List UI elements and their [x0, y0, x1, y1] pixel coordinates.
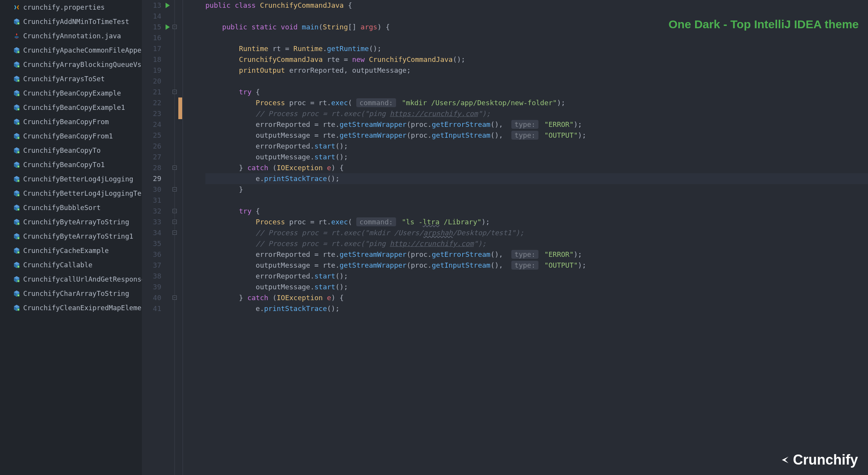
tree-item[interactable]: CrunchifyCacheExample — [0, 243, 142, 258]
line-number[interactable]: 30 — [142, 184, 161, 195]
line-number[interactable]: 37 — [142, 260, 161, 271]
code-line[interactable]: errorReported.start(); — [205, 141, 868, 152]
tree-item-label: CrunchifyCallable — [23, 261, 92, 269]
tree-item[interactable]: CrunchifyAnnotation.java — [0, 29, 142, 43]
editor-area[interactable]: 1314151617181920212223242526272829303132… — [142, 0, 868, 475]
fold-marker[interactable] — [173, 209, 177, 213]
line-number-gutter[interactable]: 1314151617181920212223242526272829303132… — [142, 0, 168, 475]
code-line[interactable]: } catch (IOException e) { — [205, 162, 868, 173]
code-line[interactable]: // Process proc = rt.exec("ping http://c… — [205, 238, 868, 249]
line-number[interactable]: 33 — [142, 217, 161, 227]
fold-marker[interactable] — [173, 25, 177, 29]
tree-item[interactable]: CrunchifyBeanCopyExample — [0, 86, 142, 100]
line-number[interactable]: 29 — [142, 173, 161, 184]
tree-item[interactable]: CrunchifyBubbleSort — [0, 200, 142, 215]
code-line[interactable]: errorReported = rte.getStreamWrapper(pro… — [205, 249, 868, 260]
tree-item[interactable]: CrunchifyBeanCopyTo — [0, 143, 142, 157]
fold-marker[interactable] — [173, 296, 177, 300]
line-number[interactable]: 38 — [142, 271, 161, 282]
tree-item[interactable]: CrunchifyBeanCopyExample1 — [0, 100, 142, 114]
code-line[interactable] — [205, 32, 868, 43]
tree-item[interactable]: CrunchifyByteArrayToString1 — [0, 229, 142, 243]
line-number[interactable]: 21 — [142, 87, 161, 97]
code-line[interactable]: printOutput errorReported, outputMessage… — [205, 65, 868, 76]
code-line[interactable]: outputMessage.start(); — [205, 152, 868, 162]
change-bar — [178, 0, 182, 475]
line-number[interactable]: 19 — [142, 65, 161, 76]
line-number[interactable]: 26 — [142, 141, 161, 152]
code-line[interactable]: CrunchifyCommandJava rte = new Crunchify… — [205, 54, 868, 65]
tree-item[interactable]: CrunchifyArrayBlockingQueueVsEvict — [0, 57, 142, 72]
line-number[interactable]: 40 — [142, 292, 161, 303]
code-line[interactable]: try { — [205, 206, 868, 217]
tree-item[interactable]: crunchify.properties — [0, 0, 142, 14]
run-gutter-icon[interactable] — [166, 3, 170, 8]
tree-item[interactable]: CrunchifyCleanExipredMapElements — [0, 301, 142, 315]
code-line[interactable]: e.printStackTrace(); — [205, 173, 868, 184]
fold-marker[interactable] — [173, 90, 177, 94]
line-number[interactable]: 34 — [142, 227, 161, 238]
run-gutter-icon[interactable] — [166, 24, 170, 30]
tree-item[interactable]: CrunchifyArraysToSet — [0, 72, 142, 86]
line-number[interactable]: 28 — [142, 162, 161, 173]
code-line[interactable]: errorReported = rte.getStreamWrapper(pro… — [205, 119, 868, 130]
tree-item[interactable]: CrunchifyAddNMinToTimeTest — [0, 14, 142, 29]
tree-item-label: CrunchifyByteArrayToString — [23, 218, 129, 226]
code-line[interactable]: outputMessage = rte.getStreamWrapper(pro… — [205, 260, 868, 271]
tree-item[interactable]: CrunchifyByteArrayToString — [0, 215, 142, 229]
code-line[interactable]: e.printStackTrace(); — [205, 303, 868, 314]
code-line[interactable]: Runtime rt = Runtime.getRuntime(); — [205, 43, 868, 54]
fold-marker[interactable] — [173, 187, 177, 191]
code-line[interactable]: outputMessage = rte.getStreamWrapper(pro… — [205, 130, 868, 141]
code-area[interactable]: public class CrunchifyCommandJava { publ… — [204, 0, 868, 475]
project-sidebar[interactable]: crunchify.propertiesCrunchifyAddNMinToTi… — [0, 0, 142, 475]
code-line[interactable]: try { — [205, 87, 868, 97]
code-line[interactable]: public class CrunchifyCommandJava { — [205, 0, 868, 11]
code-line[interactable]: Process proc = rt.exec( command: "ls -lt… — [205, 217, 868, 227]
tree-item[interactable]: CrunchifyBeanCopyFrom — [0, 114, 142, 129]
fold-column[interactable] — [172, 0, 178, 475]
line-number[interactable]: 18 — [142, 54, 161, 65]
code-line[interactable]: } — [205, 184, 868, 195]
line-number[interactable]: 17 — [142, 43, 161, 54]
line-number[interactable]: 14 — [142, 11, 161, 22]
code-line[interactable]: // Process proc = rt.exec("mkdir /Users/… — [205, 227, 868, 238]
tree-item[interactable]: CrunchifycallUrlAndGetResponse — [0, 272, 142, 286]
fold-marker[interactable] — [173, 220, 177, 224]
line-number[interactable]: 13 — [142, 0, 161, 11]
line-number[interactable]: 24 — [142, 119, 161, 130]
tree-item[interactable]: CrunchifyCharArrayToString — [0, 286, 142, 301]
code-line[interactable]: // Process proc = rt.exec("ping https://… — [205, 108, 868, 119]
line-number[interactable]: 22 — [142, 97, 161, 108]
line-number[interactable]: 20 — [142, 76, 161, 87]
line-number[interactable]: 27 — [142, 152, 161, 162]
tree-item-label: CrunchifyBeanCopyExample1 — [23, 104, 125, 111]
tree-item[interactable]: CrunchifyBetterLog4jLogging — [0, 172, 142, 186]
code-line[interactable]: outputMessage.start(); — [205, 282, 868, 292]
line-number[interactable]: 23 — [142, 108, 161, 119]
line-number[interactable]: 41 — [142, 303, 161, 314]
tree-item[interactable]: CrunchifyCallable — [0, 258, 142, 272]
fold-marker[interactable] — [173, 166, 177, 170]
line-number[interactable]: 39 — [142, 282, 161, 292]
code-line[interactable]: Process proc = rt.exec( command: "mkdir … — [205, 97, 868, 108]
tree-item[interactable]: CrunchifyBeanCopyFrom1 — [0, 129, 142, 143]
code-line[interactable]: errorReported.start(); — [205, 271, 868, 282]
code-line[interactable] — [205, 195, 868, 206]
line-number[interactable]: 31 — [142, 195, 161, 206]
tree-item[interactable]: CrunchifyBetterLog4jLoggingTest — [0, 186, 142, 200]
line-number[interactable]: 35 — [142, 238, 161, 249]
code-line[interactable] — [205, 76, 868, 87]
class-icon — [13, 190, 20, 197]
line-number[interactable]: 36 — [142, 249, 161, 260]
line-number[interactable]: 25 — [142, 130, 161, 141]
code-line[interactable]: } catch (IOException e) { — [205, 292, 868, 303]
tree-item[interactable]: CrunchifyApacheCommonFileAppend — [0, 43, 142, 57]
tree-item[interactable]: CrunchifyBeanCopyTo1 — [0, 157, 142, 172]
fold-marker[interactable] — [173, 231, 177, 235]
tree-item-label: CrunchifyBetterLog4jLogging — [23, 175, 133, 183]
line-number[interactable]: 32 — [142, 206, 161, 217]
line-number[interactable]: 16 — [142, 32, 161, 43]
inline-hint: type: — [511, 250, 538, 259]
line-number[interactable]: 15 — [142, 22, 161, 32]
